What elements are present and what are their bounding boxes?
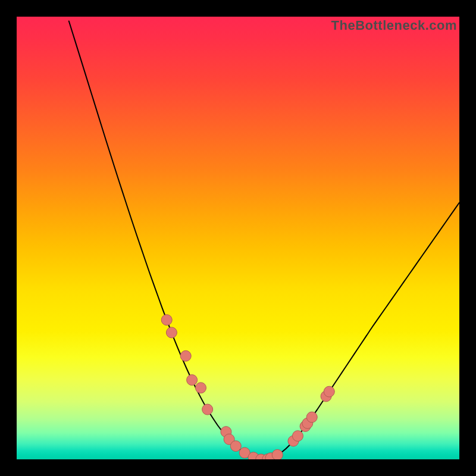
curve-line bbox=[69, 21, 459, 459]
data-point bbox=[166, 327, 177, 338]
plot-area: TheBottleneck.com bbox=[17, 17, 459, 459]
watermark-label: TheBottleneck.com bbox=[331, 18, 457, 33]
chart-svg bbox=[17, 17, 459, 459]
data-point bbox=[306, 412, 317, 422]
data-point bbox=[230, 441, 241, 452]
data-point bbox=[292, 431, 303, 441]
data-point bbox=[187, 375, 198, 386]
data-point bbox=[202, 404, 213, 415]
data-point bbox=[180, 350, 191, 361]
data-point bbox=[324, 386, 334, 397]
data-point bbox=[272, 449, 283, 459]
data-point bbox=[196, 383, 206, 393]
data-point bbox=[161, 315, 172, 325]
